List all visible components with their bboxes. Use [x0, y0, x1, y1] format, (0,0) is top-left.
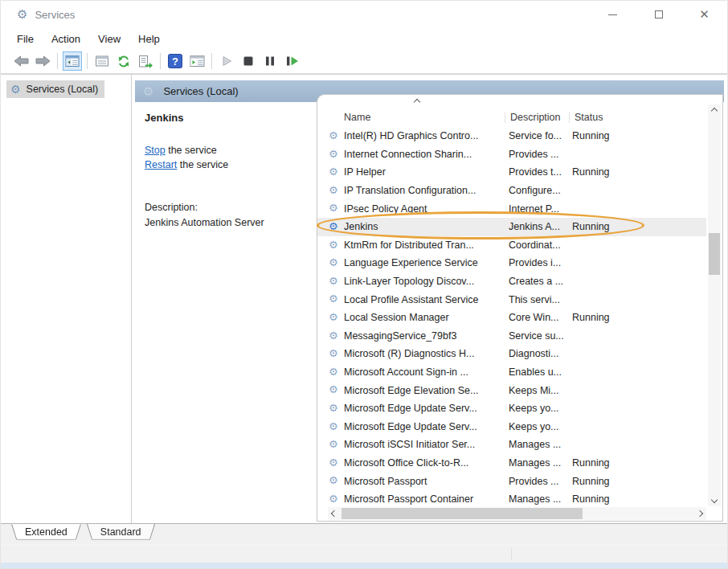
help-button[interactable]: ?	[166, 51, 185, 71]
minimize-icon	[608, 14, 617, 15]
refresh-button[interactable]	[114, 51, 133, 71]
service-row[interactable]: ⚙ MessagingService_79bf3 Service su...	[317, 327, 706, 346]
service-name-cell: Microsoft Edge Update Serv...	[344, 403, 505, 414]
column-header-description[interactable]: Description	[505, 112, 569, 123]
service-row[interactable]: ⚙ Microsoft Office Click-to-R... Manages…	[317, 454, 706, 473]
scroll-right-button[interactable]	[693, 507, 706, 520]
service-row[interactable]: ⚙ Microsoft iSCSI Initiator Ser... Manag…	[317, 436, 706, 454]
export-list-button[interactable]	[136, 51, 155, 71]
menu-action[interactable]: Action	[43, 30, 89, 48]
service-row[interactable]: ⚙ Microsoft Edge Elevation Se... Keeps M…	[317, 381, 706, 399]
toolbar: ?	[1, 49, 727, 74]
service-gear-icon: ⚙	[329, 311, 338, 323]
service-row[interactable]: ⚙ Microsoft Account Sign-in ... Enables …	[317, 363, 706, 382]
service-row[interactable]: ⚙ IPsec Policy Agent Internet P...	[317, 199, 706, 218]
service-row[interactable]: ⚙ Intel(R) HD Graphics Contro... Service…	[317, 127, 706, 145]
service-row[interactable]: ⚙ Local Session Manager Core Win... Runn…	[317, 309, 706, 327]
service-row[interactable]: ⚙ Jenkins Jenkins A... Running	[317, 218, 706, 236]
description-label: Description:	[145, 202, 307, 213]
service-description-cell: Creates a ...	[505, 276, 568, 287]
service-name-cell: Microsoft Account Sign-in ...	[344, 366, 505, 378]
back-button[interactable]	[11, 51, 31, 71]
restart-service-icon	[284, 55, 299, 68]
service-name-cell: Microsoft Edge Update Serv...	[344, 421, 505, 432]
service-name-cell: Internet Connection Sharin...	[344, 149, 505, 160]
service-description-cell: Keeps yo...	[505, 403, 568, 414]
action-pane-icon	[190, 55, 205, 68]
restart-service-button[interactable]	[282, 51, 301, 71]
service-status-cell: Running	[568, 312, 706, 323]
service-status-cell: Running	[568, 457, 706, 469]
service-row[interactable]: ⚙ Microsoft Edge Update Serv... Keeps yo…	[317, 399, 706, 418]
services-node-icon: ⚙	[10, 83, 21, 96]
services-app-icon: ⚙	[17, 7, 27, 22]
properties-window-icon	[95, 55, 109, 68]
maximize-icon	[655, 10, 663, 18]
service-name-cell: Local Session Manager	[344, 312, 505, 323]
close-icon: ✕	[699, 7, 710, 22]
column-header-status[interactable]: Status	[569, 112, 706, 123]
stop-service-button[interactable]	[239, 51, 258, 71]
service-row[interactable]: ⚙ Microsoft (R) Diagnostics H... Diagnos…	[317, 345, 706, 363]
vertical-scrollbar[interactable]	[708, 104, 721, 506]
service-description-cell: Core Win...	[505, 312, 568, 323]
show-action-pane-button[interactable]	[187, 51, 207, 71]
service-row[interactable]: ⚙ Microsoft Edge Update Serv... Keeps yo…	[317, 418, 706, 436]
service-row[interactable]: ⚙ Microsoft Passport Provides ... Runnin…	[317, 472, 706, 490]
services-list-panel: Name Description Status ⚙ Intel(R) HD Gr…	[317, 94, 723, 522]
service-row[interactable]: ⚙ Internet Connection Sharin... Provides…	[317, 145, 706, 164]
service-gear-icon: ⚙	[329, 148, 338, 160]
service-name-cell: Microsoft Edge Elevation Se...	[344, 385, 505, 396]
service-description-cell: Manages ...	[505, 439, 568, 450]
service-name-cell: Local Profile Assistant Service	[344, 294, 505, 305]
description-text: Jenkins Automation Server	[145, 216, 307, 230]
tree-item-services-local[interactable]: ⚙ Services (Local)	[6, 80, 104, 98]
vertical-scroll-thumb[interactable]	[709, 233, 720, 275]
service-gear-icon: ⚙	[329, 184, 338, 196]
close-button[interactable]: ✕	[681, 1, 727, 28]
title-bar: ⚙ Services ✕	[1, 1, 727, 28]
service-name-cell: MessagingService_79bf3	[344, 330, 505, 342]
service-gear-icon: ⚙	[329, 202, 338, 214]
scroll-up-button[interactable]	[708, 104, 721, 117]
restart-service-link[interactable]: Restart	[145, 159, 177, 170]
menu-file[interactable]: File	[8, 30, 43, 48]
toolbar-separator	[57, 53, 58, 69]
scroll-left-icon	[331, 510, 337, 517]
status-bar-divider	[511, 548, 512, 560]
stop-service-link[interactable]: Stop	[145, 145, 166, 156]
service-gear-icon: ⚙	[329, 166, 338, 178]
show-hide-console-tree-button[interactable]	[63, 51, 82, 71]
tab-extended[interactable]: Extended	[11, 524, 81, 542]
service-row[interactable]: ⚙ Microsoft Passport Container Manages .…	[317, 490, 706, 509]
pause-service-button[interactable]	[260, 51, 280, 71]
scroll-left-button[interactable]	[328, 507, 341, 520]
service-row[interactable]: ⚙ Language Experience Service Provides i…	[317, 254, 706, 272]
service-row[interactable]: ⚙ Local Profile Assistant Service This s…	[317, 290, 706, 309]
service-name-cell: IPsec Policy Agent	[344, 203, 505, 215]
help-icon: ?	[168, 54, 182, 68]
forward-button[interactable]	[33, 51, 52, 71]
start-service-button[interactable]	[217, 51, 236, 71]
band-gear-icon: ⚙	[143, 84, 153, 99]
properties-button[interactable]	[92, 51, 112, 71]
horizontal-scrollbar[interactable]	[328, 507, 706, 520]
refresh-icon	[117, 55, 131, 68]
minimize-button[interactable]	[590, 1, 636, 28]
service-description-cell: Enables u...	[505, 366, 568, 378]
service-row[interactable]: ⚙ IP Helper Provides t... Running	[317, 163, 706, 182]
maximize-button[interactable]	[636, 1, 681, 28]
menu-help[interactable]: Help	[129, 30, 169, 48]
service-action-links: Stop the service Restart the service	[145, 143, 307, 172]
service-name-cell: KtmRm for Distributed Tran...	[344, 239, 505, 251]
tab-standard[interactable]: Standard	[87, 524, 155, 542]
scroll-down-button[interactable]	[708, 493, 721, 506]
service-row[interactable]: ⚙ KtmRm for Distributed Tran... Coordina…	[317, 236, 706, 255]
menu-view[interactable]: View	[89, 30, 129, 48]
service-gear-icon: ⚙	[329, 220, 338, 232]
service-description-cell: Manages ...	[505, 493, 568, 505]
horizontal-scroll-thumb[interactable]	[342, 508, 583, 519]
column-header-name[interactable]: Name	[317, 112, 505, 123]
service-row[interactable]: ⚙ Link-Layer Topology Discov... Creates …	[317, 272, 706, 291]
service-row[interactable]: ⚙ IP Translation Configuration... Config…	[317, 182, 706, 200]
